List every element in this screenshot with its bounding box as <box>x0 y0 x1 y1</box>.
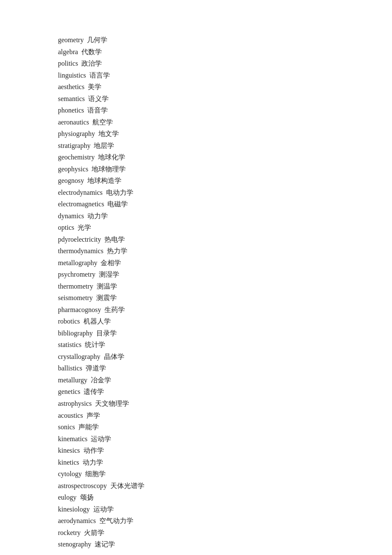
term-english: pdyroelectricity <box>58 236 101 243</box>
list-item: kinetics 动力学 <box>58 457 392 468</box>
list-item: kinesiology 运动学 <box>58 503 392 515</box>
term-chinese: 运动学 <box>89 435 111 442</box>
term-chinese: 机器人学 <box>82 318 111 325</box>
list-item: phonetics 语音学 <box>58 104 392 116</box>
term-english: psychrometry <box>58 271 95 278</box>
term-chinese: 语言学 <box>88 72 110 79</box>
term-chinese: 运动学 <box>92 506 114 513</box>
term-chinese: 空气动力学 <box>98 517 133 524</box>
list-item: stratigraphy 地层学 <box>58 140 392 152</box>
term-chinese: 动作学 <box>82 447 104 454</box>
term-english: astrophysics <box>58 400 92 407</box>
list-item: algebra 代数学 <box>58 46 392 58</box>
term-english: algebra <box>58 48 78 55</box>
term-english: seismometry <box>58 294 93 301</box>
list-item: genetics 遗传学 <box>58 386 392 398</box>
term-chinese: 遗传学 <box>82 388 104 395</box>
list-item: metallography 金相学 <box>58 257 392 269</box>
list-item: rocketry 火箭学 <box>58 527 392 539</box>
term-english: thermodynamics <box>58 247 104 254</box>
list-item: statistics 统计学 <box>58 339 392 351</box>
list-item: kinesics 动作学 <box>58 445 392 457</box>
term-chinese: 电磁学 <box>106 200 128 208</box>
term-chinese: 美学 <box>86 83 101 90</box>
term-chinese: 晶体学 <box>102 353 124 360</box>
term-english: cytology <box>58 470 82 477</box>
term-english: geognosy <box>58 177 84 184</box>
term-english: politics <box>58 60 78 67</box>
list-item: electrodynamics 电动力学 <box>58 187 392 199</box>
list-item: semantics 语义学 <box>58 93 392 105</box>
term-english: metallography <box>58 259 97 266</box>
term-chinese: 天文物理学 <box>93 400 129 407</box>
list-item: eulogy 颂扬 <box>58 491 392 503</box>
term-chinese: 冶金学 <box>89 376 111 384</box>
term-english: rocketry <box>58 529 81 536</box>
list-item: acoustics 声学 <box>58 410 392 422</box>
term-english: geophysics <box>58 165 88 173</box>
list-item: robotics 机器人学 <box>58 315 392 327</box>
term-english: aerodynamics <box>58 517 96 524</box>
term-english: physiography <box>58 130 95 137</box>
list-item: pharmacognosy 生药学 <box>58 304 392 316</box>
term-english: acoustics <box>58 412 83 419</box>
term-chinese: 弹道学 <box>84 364 106 372</box>
term-chinese: 航空学 <box>91 119 113 126</box>
term-chinese: 地球构造学 <box>86 177 121 184</box>
term-english: stenography <box>58 541 91 548</box>
list-item: seismometry 测震学 <box>58 292 392 304</box>
list-item: geophysics 地球物理学 <box>58 163 392 175</box>
term-chinese: 测湿学 <box>97 271 119 278</box>
list-item: geometry 几何学 <box>58 34 392 46</box>
list-item: pdyroelectricity 热电学 <box>58 234 392 246</box>
list-item: dynamics 动力学 <box>58 210 392 222</box>
list-item: astrophysics 天文物理学 <box>58 398 392 410</box>
list-item: linguistics 语言学 <box>58 69 392 81</box>
term-english: kinesics <box>58 447 80 454</box>
term-chinese: 金相学 <box>99 259 121 266</box>
term-english: semantics <box>58 95 85 102</box>
term-chinese: 声能学 <box>77 423 99 431</box>
term-english: aesthetics <box>58 83 84 90</box>
term-english: crystallography <box>58 353 101 360</box>
list-item: stenography 速记学 <box>58 538 392 550</box>
term-english: thermometry <box>58 283 93 290</box>
term-chinese: 天体光谱学 <box>109 482 144 489</box>
term-chinese: 热电学 <box>103 236 125 243</box>
list-item: aeronautics 航空学 <box>58 116 392 128</box>
term-english: statistics <box>58 341 81 348</box>
term-chinese: 火箭学 <box>82 529 104 536</box>
term-english: geochemistry <box>58 153 95 161</box>
term-chinese: 测震学 <box>95 294 117 301</box>
term-english: metallurgy <box>58 376 87 384</box>
term-english: kinesiology <box>58 506 90 513</box>
term-english: aeronautics <box>58 119 89 126</box>
term-chinese: 几何学 <box>85 36 107 43</box>
term-english: geometry <box>58 36 84 43</box>
term-english: stratigraphy <box>58 142 90 149</box>
term-chinese: 地球化学 <box>96 153 125 161</box>
term-chinese: 速记学 <box>93 541 115 548</box>
term-english: astrospectroscopy <box>58 482 107 489</box>
term-english: electromagnetics <box>58 200 104 208</box>
term-chinese: 电动力学 <box>104 189 133 196</box>
list-item: aesthetics 美学 <box>58 81 392 93</box>
list-item: electromagnetics 电磁学 <box>58 198 392 210</box>
list-item: thermometry 测温学 <box>58 280 392 292</box>
term-chinese: 语义学 <box>86 95 109 102</box>
term-english: linguistics <box>58 72 86 79</box>
list-item: sonics 声能学 <box>58 421 392 433</box>
list-item: astrospectroscopy 天体光谱学 <box>58 480 392 492</box>
term-chinese: 测温学 <box>95 283 117 290</box>
list-item: crystallography 晶体学 <box>58 351 392 363</box>
list-item: bibliography 目录学 <box>58 327 392 339</box>
term-chinese: 生药学 <box>103 306 125 313</box>
list-item: politics 政治学 <box>58 58 392 69</box>
term-chinese: 动力学 <box>86 212 108 220</box>
term-chinese: 统计学 <box>83 341 105 348</box>
term-chinese: 代数学 <box>80 48 102 55</box>
term-chinese: 动力学 <box>81 459 103 466</box>
list-item: thermodynamics 热力学 <box>58 245 392 257</box>
list-item: aerodynamics 空气动力学 <box>58 515 392 527</box>
term-list: geometry 几何学algebra 代数学politics 政治学lingu… <box>0 0 392 555</box>
